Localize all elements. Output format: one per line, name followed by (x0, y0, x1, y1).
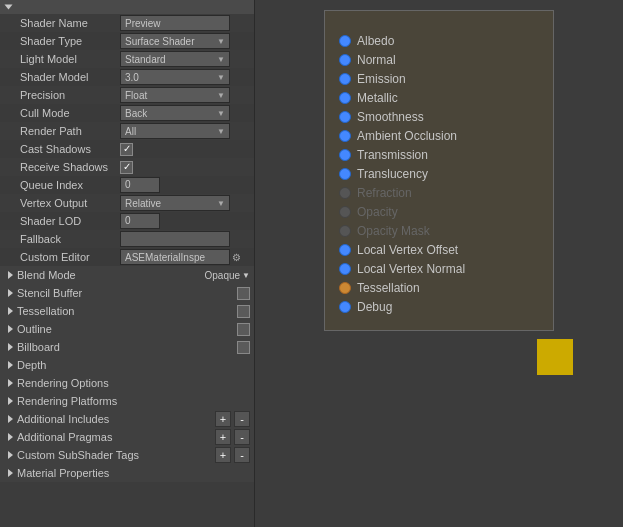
left-panel: Shader NamePreviewShader TypeSurface Sha… (0, 0, 255, 527)
number-input-queue-index[interactable]: 0 (120, 177, 160, 193)
prop-label-9: Queue Index (20, 179, 120, 191)
prop-label-3: Shader Model (20, 71, 120, 83)
preview-item-14[interactable]: Debug (339, 297, 539, 316)
preview-item-label-3: Metallic (357, 91, 398, 105)
subsection-0[interactable]: Blend ModeOpaque ▼ (0, 266, 254, 284)
download-button[interactable] (537, 339, 573, 375)
subsection-checkbox-3[interactable] (237, 323, 250, 336)
minus-icon[interactable]: - (234, 447, 250, 463)
preview-item-2[interactable]: Emission (339, 69, 539, 88)
subsection-11[interactable]: Material Properties (0, 464, 254, 482)
preview-dot-5 (339, 130, 351, 142)
property-row-10: Vertex OutputRelative▼ (0, 194, 254, 212)
subsection-label-4: Billboard (17, 341, 60, 353)
select-shader-type[interactable]: Surface Shader▼ (120, 33, 230, 49)
preview-dot-6 (339, 149, 351, 161)
plus-icon[interactable]: + (215, 429, 231, 445)
subsection-10[interactable]: Custom SubShader Tags+- (0, 446, 254, 464)
property-row-11: Shader LOD0 (0, 212, 254, 230)
preview-item-1[interactable]: Normal (339, 50, 539, 69)
preview-items-container: AlbedoNormalEmissionMetallicSmoothnessAm… (339, 31, 539, 316)
property-row-6: Render PathAll▼ (0, 122, 254, 140)
subsection-label-3: Outline (17, 323, 52, 335)
subsection-triangle-icon (8, 433, 13, 441)
preview-item-4[interactable]: Smoothness (339, 107, 539, 126)
subsection-triangle-icon (8, 397, 13, 405)
select-light-model[interactable]: Standard▼ (120, 51, 230, 67)
number-input-shader-lod[interactable]: 0 (120, 213, 160, 229)
subsection-label-6: Rendering Options (17, 377, 109, 389)
preview-dot-14 (339, 301, 351, 313)
subsection-label-11: Material Properties (17, 467, 109, 479)
subsection-checkbox-1[interactable] (237, 287, 250, 300)
prop-label-0: Shader Name (20, 17, 120, 29)
text-input-shader-name[interactable]: Preview (120, 15, 230, 31)
subsection-plusminus-9: +- (213, 429, 250, 445)
subsection-5[interactable]: Depth (0, 356, 254, 374)
select-precision[interactable]: Float▼ (120, 87, 230, 103)
preview-item-5[interactable]: Ambient Occlusion (339, 126, 539, 145)
subsection-checkbox-2[interactable] (237, 305, 250, 318)
preview-item-label-0: Albedo (357, 34, 394, 48)
subsection-triangle-icon (8, 307, 13, 315)
plus-icon[interactable]: + (215, 411, 231, 427)
subsection-triangle-icon (8, 379, 13, 387)
select-render-path[interactable]: All▼ (120, 123, 230, 139)
property-row-12: Fallback (0, 230, 254, 248)
preview-item-10[interactable]: Opacity Mask (339, 221, 539, 240)
subsection-checkbox-4[interactable] (237, 341, 250, 354)
subsection-1[interactable]: Stencil Buffer (0, 284, 254, 302)
property-row-2: Light ModelStandard▼ (0, 50, 254, 68)
preview-item-9[interactable]: Opacity (339, 202, 539, 221)
subsection-triangle-icon (8, 325, 13, 333)
preview-item-label-10: Opacity Mask (357, 224, 430, 238)
gear-icon[interactable]: ⚙ (232, 252, 241, 263)
prop-label-13: Custom Editor (20, 251, 120, 263)
subsection-8[interactable]: Additional Includes+- (0, 410, 254, 428)
select-cull-mode[interactable]: Back▼ (120, 105, 230, 121)
subsection-plusminus-8: +- (213, 411, 250, 427)
subsection-4[interactable]: Billboard (0, 338, 254, 356)
checkbox-cast-shadows[interactable] (120, 143, 133, 156)
preview-item-12[interactable]: Local Vertex Normal (339, 259, 539, 278)
subsection-label-0: Blend Mode (17, 269, 76, 281)
preview-box: AlbedoNormalEmissionMetallicSmoothnessAm… (324, 10, 554, 331)
text-input-fallback[interactable] (120, 231, 230, 247)
subsection-3[interactable]: Outline (0, 320, 254, 338)
subsection-2[interactable]: Tessellation (0, 302, 254, 320)
preview-dot-1 (339, 54, 351, 66)
preview-item-label-11: Local Vertex Offset (357, 243, 458, 257)
minus-icon[interactable]: - (234, 429, 250, 445)
property-row-4: PrecisionFloat▼ (0, 86, 254, 104)
preview-item-8[interactable]: Refraction (339, 183, 539, 202)
prop-label-6: Render Path (20, 125, 120, 137)
subsection-triangle-icon (8, 451, 13, 459)
preview-item-11[interactable]: Local Vertex Offset (339, 240, 539, 259)
prop-label-12: Fallback (20, 233, 120, 245)
preview-dot-8 (339, 187, 351, 199)
subsection-label-7: Rendering Platforms (17, 395, 117, 407)
minus-icon[interactable]: - (234, 411, 250, 427)
preview-item-7[interactable]: Translucency (339, 164, 539, 183)
preview-item-label-8: Refraction (357, 186, 412, 200)
property-row-7: Cast Shadows (0, 140, 254, 158)
select-vertex-output[interactable]: Relative▼ (120, 195, 230, 211)
subsection-6[interactable]: Rendering Options (0, 374, 254, 392)
preview-item-label-13: Tessellation (357, 281, 420, 295)
properties-container: Shader NamePreviewShader TypeSurface Sha… (0, 14, 254, 266)
preview-item-6[interactable]: Transmission (339, 145, 539, 164)
select-shader-model[interactable]: 3.0▼ (120, 69, 230, 85)
subsection-7[interactable]: Rendering Platforms (0, 392, 254, 410)
preview-item-3[interactable]: Metallic (339, 88, 539, 107)
prop-label-7: Cast Shadows (20, 143, 120, 155)
general-section-header[interactable] (0, 0, 254, 14)
subsection-triangle-icon (8, 343, 13, 351)
checkbox-receive-shadows[interactable] (120, 161, 133, 174)
text-input-custom-editor[interactable]: ASEMaterialInspe (120, 249, 230, 265)
subsection-9[interactable]: Additional Pragmas+- (0, 428, 254, 446)
preview-item-13[interactable]: Tessellation (339, 278, 539, 297)
prop-label-2: Light Model (20, 53, 120, 65)
preview-item-0[interactable]: Albedo (339, 31, 539, 50)
subsection-triangle-icon (8, 289, 13, 297)
plus-icon[interactable]: + (215, 447, 231, 463)
